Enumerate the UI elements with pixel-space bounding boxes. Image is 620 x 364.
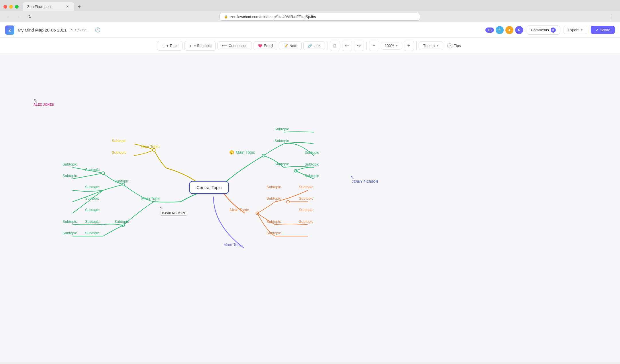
- subtopic-lg-connector[interactable]: Subtopic: [114, 179, 129, 183]
- svg-point-5: [287, 200, 289, 203]
- cursor-david: DAVID NGUYEN: [160, 211, 187, 216]
- link-label: Link: [314, 44, 321, 48]
- subtopic-lgm3[interactable]: Subtopic: [85, 208, 100, 212]
- avatar-n: N: [515, 26, 523, 34]
- toolbar-separator-3: [416, 42, 417, 50]
- cursor-pointer-david: ↖: [160, 206, 163, 210]
- subtopic-rg5[interactable]: Subtopic: [305, 162, 319, 166]
- toolbar-separator-1: [327, 42, 327, 50]
- subtopic-lgm1[interactable]: Subtopic: [85, 185, 100, 189]
- main-topic-orange[interactable]: Main Topic: [230, 208, 249, 212]
- delete-button[interactable]: 🗑: [330, 41, 340, 51]
- main-topic-purple[interactable]: Main Topic: [223, 242, 243, 247]
- app-logo: Z: [5, 25, 14, 35]
- subtopic-button[interactable]: ＋ + Subtopic: [184, 41, 216, 51]
- main-topic-left-green[interactable]: Main Topic: [141, 196, 160, 201]
- refresh-button[interactable]: ↻: [26, 13, 34, 21]
- tab-bar: Zen Flowchart ✕ +: [0, 0, 620, 11]
- share-icon: ↗: [595, 28, 599, 32]
- subtopic-rg4[interactable]: Subtopic: [305, 150, 319, 155]
- cursor-pointer-jenny: ↖: [350, 175, 354, 180]
- tips-button[interactable]: ? Tips: [445, 42, 463, 50]
- theme-label: Theme: [423, 44, 435, 48]
- active-tab[interactable]: Zen Flowchart ✕: [23, 2, 74, 11]
- comments-button[interactable]: Comments 0: [527, 25, 560, 35]
- topic-button[interactable]: ＋ + Topic: [157, 41, 183, 51]
- zoom-chevron-icon: ▼: [395, 44, 398, 47]
- subtopic-rg6[interactable]: Subtopic: [305, 174, 319, 178]
- plus-icon: ＋: [161, 43, 165, 48]
- extra-collaborators-badge: +3: [485, 27, 494, 33]
- forward-button[interactable]: ›: [15, 13, 23, 21]
- subtopic-lg1[interactable]: Subtopic: [62, 162, 77, 166]
- connection-label: Connection: [229, 44, 248, 48]
- app-toolbar: Z My Mind Map 20-06-2021 ↻ Saving... 🕐 +…: [0, 22, 620, 38]
- central-topic-node[interactable]: Central Topic: [189, 181, 229, 194]
- subtopic-lgb3[interactable]: Subtopic: [85, 231, 100, 235]
- subtopic-o6[interactable]: Subtopic: [299, 196, 313, 200]
- more-options-button[interactable]: ⋮: [606, 13, 616, 21]
- address-bar[interactable]: 🔒 zenflowchart.com/mindmap/Jka40MlRtoFTi…: [219, 13, 420, 21]
- subtopic-lgb2[interactable]: Subtopic: [62, 219, 77, 224]
- saving-text: Saving...: [75, 28, 90, 32]
- note-label: Note: [289, 44, 297, 48]
- export-chevron-icon: ▼: [580, 28, 583, 32]
- subtopic-lg2[interactable]: Subtopic: [62, 174, 77, 178]
- subtopic-rg3[interactable]: Subtopic: [274, 162, 289, 166]
- undo-button[interactable]: ↩: [342, 41, 352, 51]
- subtopic-lgb-connector[interactable]: Subtopic: [114, 219, 129, 224]
- subtopic-y2[interactable]: Subtopic: [112, 150, 126, 155]
- cursor-jenny: JENNY PIERSON: [352, 180, 378, 183]
- link-button[interactable]: 🔗 Link: [303, 41, 325, 50]
- tab-close-icon[interactable]: ✕: [65, 4, 70, 9]
- subtopic-lgb4[interactable]: Subtopic: [62, 231, 77, 235]
- avatar-k: K: [496, 26, 504, 34]
- subtopic-o5[interactable]: Subtopic: [299, 185, 313, 189]
- traffic-light-red[interactable]: [3, 5, 7, 9]
- note-button[interactable]: 📝 Note: [279, 41, 301, 50]
- export-button[interactable]: Export ▼: [564, 26, 587, 34]
- traffic-light-green[interactable]: [15, 5, 19, 9]
- subtopic-o7[interactable]: Subtopic: [299, 208, 313, 212]
- traffic-light-yellow[interactable]: [9, 5, 13, 9]
- share-button[interactable]: ↗ Share: [591, 26, 615, 34]
- connection-icon: ⟵: [222, 44, 227, 48]
- subtopic-rg1[interactable]: Subtopic: [274, 127, 289, 131]
- svg-point-7: [294, 170, 297, 172]
- subtopic-rg2[interactable]: Subtopic: [274, 139, 289, 143]
- collaborators-section: +3 K A N: [485, 26, 523, 34]
- redo-button[interactable]: ↪: [354, 41, 364, 51]
- edit-toolbar: ＋ + Topic ＋ + Subtopic ⟵ Connection 💗 Em…: [0, 38, 620, 54]
- back-button[interactable]: ‹: [4, 13, 12, 21]
- tips-label: Tips: [454, 44, 461, 48]
- emoji-button[interactable]: 💗 Emoji: [254, 41, 278, 50]
- svg-point-1: [122, 183, 125, 186]
- address-bar-row: ‹ › ↻ 🔒 zenflowchart.com/mindmap/Jka40Ml…: [0, 11, 620, 22]
- subtopic-o1[interactable]: Subtopic: [266, 185, 281, 189]
- theme-button[interactable]: Theme ▼: [419, 41, 443, 50]
- subtopic-o3[interactable]: Subtopic: [266, 219, 281, 224]
- document-title[interactable]: My Mind Map 20-06-2021: [18, 27, 67, 32]
- canvas[interactable]: Central Topic Main Topic Subtopic Subtop…: [0, 54, 620, 362]
- subtopic-y1[interactable]: Subtopic: [112, 139, 126, 143]
- zoom-display: 100% ▼: [381, 42, 402, 50]
- emoji-label: Emoji: [264, 44, 273, 48]
- subtopic-label: + Subtopic: [194, 44, 211, 48]
- new-tab-button[interactable]: +: [75, 3, 83, 11]
- connection-button[interactable]: ⟵ Connection: [217, 41, 252, 50]
- subtopic-o2[interactable]: Subtopic: [266, 196, 281, 200]
- zoom-out-button[interactable]: −: [369, 41, 379, 51]
- tab-title: Zen Flowchart: [27, 5, 51, 9]
- main-topic-emoji[interactable]: 😊 Main Topic: [229, 150, 255, 155]
- main-subtopic-lg[interactable]: Subtopic: [85, 168, 100, 172]
- note-icon: 📝: [283, 44, 288, 48]
- subtopic-lgm2[interactable]: Subtopic: [85, 196, 100, 200]
- svg-point-4: [256, 212, 259, 215]
- history-button[interactable]: 🕐: [93, 25, 102, 35]
- zoom-in-button[interactable]: +: [404, 41, 414, 51]
- main-topic-yellow[interactable]: Main Topic: [140, 144, 160, 149]
- subtopic-o4[interactable]: Subtopic: [266, 231, 281, 235]
- subtopic-o8[interactable]: Subtopic: [299, 219, 313, 224]
- subtopic-lgb1[interactable]: Subtopic: [85, 219, 100, 224]
- svg-point-0: [152, 149, 155, 151]
